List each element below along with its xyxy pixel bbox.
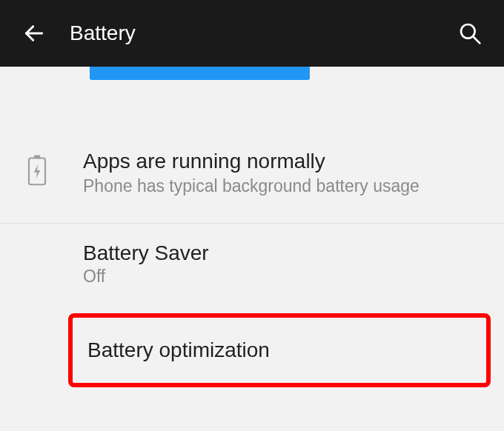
page-title: Battery [70, 21, 136, 45]
battery-optimization-title: Battery optimization [87, 338, 471, 362]
status-text-block: Apps are running normally Phone has typi… [83, 148, 420, 196]
progress-bar [90, 67, 310, 80]
search-icon[interactable] [458, 21, 482, 45]
back-arrow-icon[interactable] [22, 21, 46, 45]
status-subtitle: Phone has typical background battery usa… [83, 176, 420, 196]
svg-line-2 [473, 36, 480, 43]
battery-saver-value: Off [83, 267, 482, 287]
battery-optimization-item[interactable]: Battery optimization [68, 313, 491, 387]
status-title: Apps are running normally [83, 148, 420, 175]
content-area: Apps are running normally Phone has typi… [0, 80, 504, 387]
battery-saver-item[interactable]: Battery Saver Off [0, 224, 504, 304]
battery-icon [27, 154, 47, 187]
battery-status-row[interactable]: Apps are running normally Phone has typi… [0, 148, 504, 224]
app-header: Battery [0, 0, 504, 67]
svg-rect-4 [34, 155, 40, 158]
battery-saver-title: Battery Saver [83, 241, 482, 265]
